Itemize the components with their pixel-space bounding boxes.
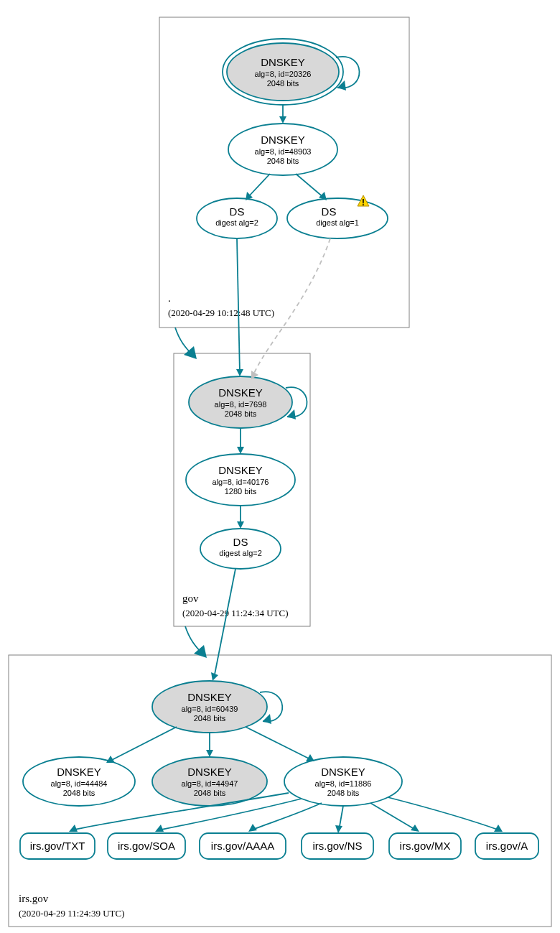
zone-irsgov-label: irs.gov <box>19 893 49 904</box>
svg-text:digest alg=2: digest alg=2 <box>219 549 262 557</box>
svg-text:irs.gov/SOA: irs.gov/SOA <box>118 840 175 852</box>
node-root-zsk: DNSKEY alg=8, id=48903 2048 bits <box>228 124 337 175</box>
node-gov-zsk: DNSKEY alg=8, id=40176 1280 bits <box>186 454 295 506</box>
edge-11886-mx <box>370 803 416 830</box>
svg-text:irs.gov/NS: irs.gov/NS <box>312 840 362 852</box>
zone-gov-timestamp: (2020-04-29 11:24:34 UTC) <box>182 608 289 618</box>
svg-marker-62 <box>236 369 243 376</box>
svg-text:DS: DS <box>233 536 248 548</box>
svg-text:DS: DS <box>322 205 337 218</box>
node-root-ds1: DS digest alg=1 ! <box>287 195 388 238</box>
svg-text:DNSKEY: DNSKEY <box>261 56 305 68</box>
node-irs-44947: DNSKEY alg=8, id=44947 2048 bits <box>152 757 267 806</box>
svg-text:!: ! <box>362 197 365 208</box>
svg-text:alg=8, id=48903: alg=8, id=48903 <box>255 147 312 156</box>
node-gov-ds: DS digest alg=2 <box>200 529 281 569</box>
svg-text:DNSKEY: DNSKEY <box>187 766 232 778</box>
edge-rootzsk-ds2 <box>247 174 270 198</box>
svg-text:digest alg=1: digest alg=1 <box>316 218 359 227</box>
edge-rootzsk-ds1 <box>296 174 325 198</box>
svg-text:2048 bits: 2048 bits <box>194 789 226 797</box>
svg-text:1280 bits: 1280 bits <box>225 487 257 496</box>
rrset-ns: irs.gov/NS <box>302 833 373 859</box>
svg-text:irs.gov/MX: irs.gov/MX <box>400 840 451 852</box>
edge-irsksk-44484 <box>109 727 177 761</box>
svg-text:alg=8, id=11886: alg=8, id=11886 <box>315 779 372 788</box>
dnssec-graph: . (2020-04-29 10:12:48 UTC) gov (2020-04… <box>0 0 560 933</box>
svg-text:alg=8, id=40176: alg=8, id=40176 <box>213 478 269 486</box>
svg-text:alg=8, id=60439: alg=8, id=60439 <box>182 705 238 713</box>
rrset-mx: irs.gov/MX <box>389 833 461 859</box>
svg-text:2048 bits: 2048 bits <box>225 409 257 418</box>
svg-text:DNSKEY: DNSKEY <box>57 766 101 778</box>
svg-marker-75 <box>335 825 342 833</box>
svg-marker-66 <box>237 521 244 529</box>
svg-text:digest alg=2: digest alg=2 <box>215 218 258 227</box>
node-irs-11886: DNSKEY alg=8, id=11886 2048 bits <box>284 757 402 806</box>
zone-root-label: . <box>168 292 171 304</box>
node-irs-44484: DNSKEY alg=8, id=44484 2048 bits <box>23 757 135 806</box>
svg-text:2048 bits: 2048 bits <box>63 789 95 797</box>
svg-marker-73 <box>155 825 164 832</box>
svg-text:DNSKEY: DNSKEY <box>218 386 263 399</box>
node-root-ksk: DNSKEY alg=8, id=20326 2048 bits <box>223 39 343 105</box>
svg-text:2048 bits: 2048 bits <box>267 157 299 165</box>
node-root-ds2: DS digest alg=2 <box>197 198 277 238</box>
edge-irsksk-11886 <box>246 727 312 760</box>
node-gov-ksk: DNSKEY alg=8, id=7698 2048 bits <box>189 376 292 428</box>
svg-text:DNSKEY: DNSKEY <box>187 691 232 703</box>
rrset-txt: irs.gov/TXT <box>20 833 95 859</box>
svg-text:2048 bits: 2048 bits <box>194 714 226 723</box>
edge-11886-a <box>388 797 500 830</box>
rrset-aaaa: irs.gov/AAAA <box>200 833 286 859</box>
svg-text:2048 bits: 2048 bits <box>267 79 299 88</box>
svg-marker-59 <box>279 116 286 124</box>
svg-marker-65 <box>237 447 244 454</box>
svg-marker-70 <box>206 750 213 757</box>
svg-text:2048 bits: 2048 bits <box>327 789 360 797</box>
zone-irsgov-timestamp: (2020-04-29 11:24:39 UTC) <box>19 908 125 919</box>
rrset-soa: irs.gov/SOA <box>108 833 185 859</box>
svg-text:DNSKEY: DNSKEY <box>218 464 263 476</box>
svg-marker-72 <box>69 825 78 832</box>
edge-govds-irsksk <box>214 569 235 678</box>
svg-text:irs.gov/A: irs.gov/A <box>486 840 528 852</box>
svg-text:alg=8, id=7698: alg=8, id=7698 <box>215 400 267 409</box>
node-irs-ksk: DNSKEY alg=8, id=60439 2048 bits <box>152 681 267 733</box>
svg-text:alg=8, id=44947: alg=8, id=44947 <box>182 779 238 788</box>
rrset-a: irs.gov/A <box>475 833 538 859</box>
zone-root-timestamp: (2020-04-29 10:12:48 UTC) <box>168 307 274 318</box>
svg-text:alg=8, id=44484: alg=8, id=44484 <box>51 779 108 788</box>
svg-text:DNSKEY: DNSKEY <box>321 766 365 778</box>
svg-text:irs.gov/AAAA: irs.gov/AAAA <box>211 840 274 852</box>
zone-gov-label: gov <box>182 593 199 604</box>
svg-text:DNSKEY: DNSKEY <box>261 134 305 146</box>
edge-11886-aaaa <box>251 803 322 830</box>
svg-text:alg=8, id=20326: alg=8, id=20326 <box>255 70 312 78</box>
svg-text:DS: DS <box>230 205 245 218</box>
svg-text:irs.gov/TXT: irs.gov/TXT <box>30 840 85 852</box>
